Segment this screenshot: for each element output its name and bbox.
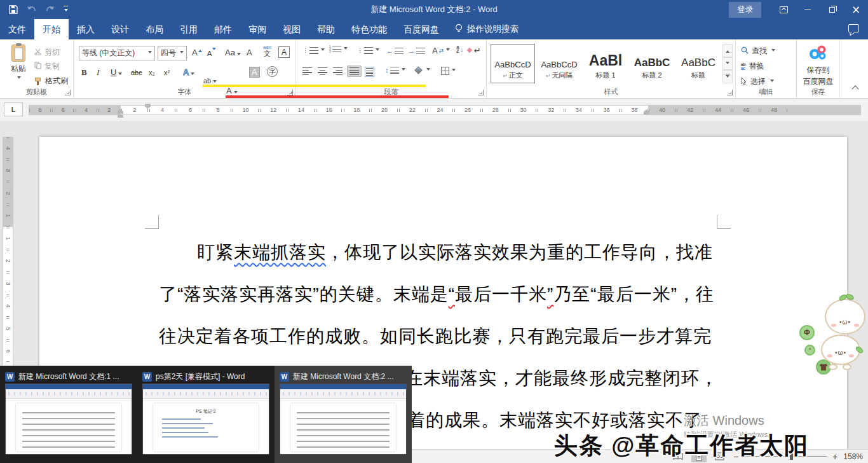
- preview-thumbnail[interactable]: PS 笔记 2: [142, 384, 269, 455]
- redo-icon[interactable]: [46, 6, 55, 14]
- save-to-baidu-button[interactable]: 保存到 百度网盘: [797, 45, 839, 86]
- paste-button[interactable]: 粘贴: [5, 45, 32, 90]
- asian-layout-button[interactable]: A⇄: [432, 46, 450, 55]
- tab-references[interactable]: 引用: [172, 19, 206, 39]
- show-marks-button[interactable]: ↵: [474, 46, 481, 55]
- tab-mailings[interactable]: 邮件: [206, 19, 240, 39]
- enclose-characters-button[interactable]: 字: [267, 66, 278, 77]
- paragraph-dialog-launcher[interactable]: [478, 90, 484, 95]
- ribbon-display-options-icon[interactable]: [771, 0, 796, 19]
- clipboard-dialog-launcher[interactable]: [65, 90, 71, 95]
- decrease-indent-button[interactable]: ←: [386, 47, 403, 55]
- tab-baidu-netdisk[interactable]: 百度网盘: [395, 19, 447, 39]
- superscript-button[interactable]: x²: [164, 69, 170, 76]
- italic-button[interactable]: I: [97, 67, 99, 78]
- replace-button[interactable]: abac 替换: [741, 61, 764, 72]
- sign-in-button[interactable]: 登录: [729, 2, 761, 18]
- tab-insert[interactable]: 插入: [69, 19, 103, 39]
- collapse-ribbon-icon[interactable]: [851, 85, 858, 92]
- line-spacing-button[interactable]: ↕: [385, 66, 405, 74]
- undo-icon[interactable]: [27, 6, 37, 14]
- style-title[interactable]: AaBbC 标题: [676, 44, 721, 83]
- zoom-level[interactable]: 158%: [843, 452, 863, 461]
- find-button[interactable]: 查找: [741, 46, 775, 57]
- increase-indent-button[interactable]: →: [408, 47, 425, 55]
- doc-line-2[interactable]: 了“落实落实再落实”的关键。末端是“最后一千米”乃至“最后一米”，往: [159, 282, 714, 307]
- cut-button[interactable]: 剪切: [34, 47, 60, 58]
- style-name: 标题 2: [642, 71, 661, 80]
- asian-layout-caret: [446, 48, 450, 53]
- style-normal[interactable]: AaBbCcD ↵正文: [491, 44, 535, 83]
- shrink-font-button[interactable]: A: [207, 48, 216, 57]
- preview-thumbnail[interactable]: [5, 384, 132, 455]
- left-indent-marker[interactable]: [118, 114, 123, 118]
- font-dialog-launcher[interactable]: [287, 90, 293, 95]
- align-left-button[interactable]: [302, 67, 312, 75]
- shading-button[interactable]: [416, 67, 430, 73]
- font-size-combo[interactable]: 四号: [158, 46, 187, 60]
- preview-card-ps-notes[interactable]: Wps第2天 [兼容模式] - Word PS 笔记 2: [137, 366, 275, 463]
- comment-icon[interactable]: [848, 24, 859, 32]
- close-button[interactable]: ×: [844, 0, 868, 19]
- bullets-button[interactable]: ⋮: [302, 47, 325, 54]
- tab-design[interactable]: 设计: [103, 19, 137, 39]
- styles-scrollbar: [722, 44, 733, 83]
- underline-button[interactable]: U: [111, 67, 122, 77]
- tab-file[interactable]: 文件: [0, 19, 34, 39]
- select-button[interactable]: 选择: [741, 76, 774, 87]
- tab-review[interactable]: 审阅: [240, 19, 275, 39]
- align-center-button[interactable]: [318, 67, 327, 75]
- sort-button[interactable]: AZ↓: [456, 46, 464, 53]
- style-sample: AaBbC: [634, 57, 670, 69]
- doc-line-5[interactable]: 着的成果。末端落实不好或落实不了: [407, 408, 702, 432]
- subscript-button[interactable]: x₂: [149, 69, 155, 76]
- spellcheck-red: “: [449, 284, 455, 304]
- align-right-button[interactable]: [333, 67, 342, 75]
- tab-view[interactable]: 视图: [275, 19, 309, 39]
- tab-layout[interactable]: 布局: [137, 19, 172, 39]
- minimize-button[interactable]: [796, 0, 820, 19]
- save-icon[interactable]: [9, 5, 18, 14]
- doc-line-3[interactable]: 往决定着各项工作的成败。如同长跑比赛，只有跑完最后一步才算完: [159, 324, 712, 349]
- doc-line-1[interactable]: 盯紧末端抓落实，体现了以实际落实效果为重的工作导向，找准: [197, 240, 713, 265]
- style-heading1[interactable]: AaBl 标题 1: [583, 44, 628, 83]
- styles-dialog-launcher[interactable]: [727, 90, 733, 95]
- tell-me-search[interactable]: 操作说明搜索: [447, 19, 526, 39]
- character-border-button[interactable]: A: [278, 46, 290, 58]
- sticker-badge-dot: °: [804, 345, 815, 356]
- phonetic-hanzi: 文: [264, 50, 271, 57]
- style-heading2[interactable]: AaBbC 标题 2: [630, 44, 674, 83]
- styles-more-button[interactable]: [722, 70, 733, 83]
- borders-button[interactable]: [441, 67, 456, 75]
- multilevel-list-button[interactable]: ⋮: [357, 47, 379, 54]
- change-case-button[interactable]: Aa: [225, 48, 241, 57]
- tab-help[interactable]: 帮助: [309, 19, 343, 39]
- preview-thumbnail[interactable]: [280, 384, 407, 455]
- phonetic-guide-button[interactable]: wén文: [263, 45, 271, 57]
- character-shading-button[interactable]: A: [249, 67, 260, 78]
- format-painter-button[interactable]: 格式刷: [34, 76, 68, 86]
- tab-special-features[interactable]: 特色功能: [343, 19, 395, 39]
- preview-card-doc2[interactable]: W新建 Microsoft Word 文档:2 ...: [275, 366, 412, 463]
- text-effects-button[interactable]: A: [183, 67, 194, 77]
- font-name-combo[interactable]: 等线 (中文正文): [79, 46, 155, 60]
- style-no-spacing[interactable]: AaBbCcD ↵无间隔: [537, 44, 581, 83]
- customize-qat-icon[interactable]: [64, 6, 68, 13]
- justify-button[interactable]: [347, 66, 362, 77]
- bullets-caret: [321, 48, 325, 53]
- numbering-button[interactable]: 123: [329, 46, 348, 53]
- restore-button[interactable]: [820, 0, 844, 19]
- tab-stop-selector[interactable]: L: [4, 102, 23, 116]
- styles-scroll-down[interactable]: [722, 57, 733, 71]
- horizontal-ruler[interactable]: 8 6 4 2 2 4 6 8 10 12 14 16 18 20 22 24 …: [29, 105, 861, 115]
- tab-home[interactable]: 开始: [34, 19, 69, 39]
- copy-button[interactable]: 复制: [34, 61, 60, 72]
- preview-card-doc1[interactable]: W新建 Microsoft Word 文档:1 ...: [0, 366, 137, 463]
- grow-font-button[interactable]: A: [192, 48, 202, 57]
- bold-button[interactable]: B: [81, 67, 87, 78]
- distribute-button[interactable]: [365, 67, 374, 77]
- strikethrough-button[interactable]: abc: [131, 69, 142, 76]
- styles-scroll-up[interactable]: [722, 44, 733, 57]
- doc-line-4[interactable]: 在末端落实，才能最终形成完整闭环，: [405, 366, 718, 390]
- zoom-in-button[interactable]: +: [832, 452, 837, 461]
